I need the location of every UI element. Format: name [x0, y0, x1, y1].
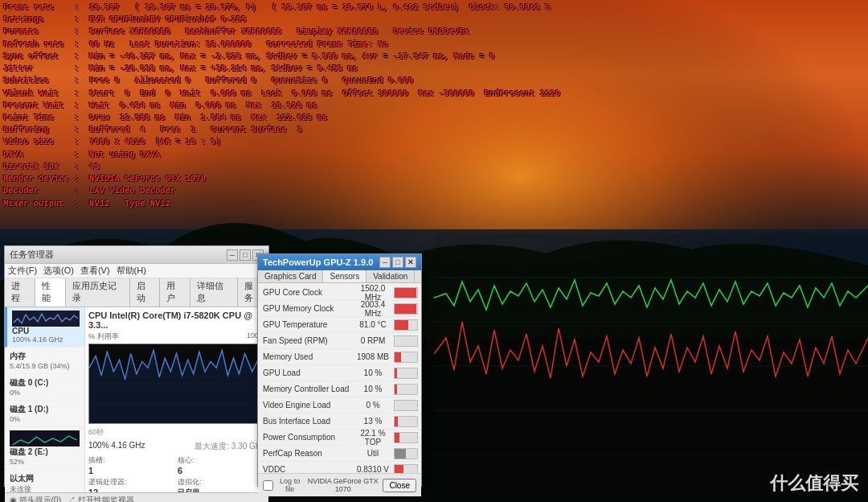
cpu-max-speed: 最大速度: 3.30 GHz	[194, 441, 265, 452]
sidebar-item-disk2[interactable]: 磁盘 2 (E:) 52%	[5, 427, 84, 470]
stat-line: Frame rate : 29.997 ( 33.367 ms = 29.970…	[3, 2, 865, 14]
disk0-sidebar-label: 磁盘 0 (C:)	[10, 377, 80, 389]
disk2-sidebar-label: 磁盘 2 (E:)	[10, 446, 80, 458]
gpuz-row-vddc: VDDC 0.8310 V	[260, 462, 420, 473]
gpuz-row-power: Power Consumption 22.1 % TOP	[260, 430, 420, 446]
bus-load-bar	[394, 416, 418, 427]
stat-line: Mixer output : NV12 Type NV12	[3, 198, 865, 210]
gpuz-close-button[interactable]: ✕	[405, 257, 416, 268]
task-manager-title: 任务管理器	[10, 249, 54, 261]
time-label: 60秒	[88, 427, 265, 438]
gpuz-titlebar: TechPowerUp GPU-Z 1.9.0 ─ □ ✕	[258, 254, 421, 270]
log-to-file-checkbox[interactable]	[263, 480, 273, 491]
sockets-item: 插槽: 1	[88, 455, 176, 475]
gpuz-row-gpu-load: GPU Load 10 %	[260, 365, 420, 381]
ethernet1-value: 未连接	[10, 484, 80, 492]
tab-startup[interactable]: 启动	[130, 278, 161, 307]
tm-sidebar: CPU 100% 4.16 GHz 内存 5.4/15.9 GB (34%) 磁…	[5, 307, 85, 492]
task-manager-menubar: 文件(F) 选项(O) 查看(V) 帮助(H)	[5, 264, 268, 278]
maximize-button[interactable]: □	[240, 249, 251, 261]
stat-line: Sync offset : Min = -46.357 ms, Max = -2…	[3, 51, 865, 63]
temp-bar	[394, 319, 418, 331]
task-manager-body: CPU 100% 4.16 GHz 内存 5.4/15.9 GB (34%) 磁…	[5, 307, 268, 492]
cpu-mini-graph	[12, 311, 80, 327]
task-manager-tabs: 进程 性能 应用历史记录 启动 用户 详细信息 服务	[5, 278, 268, 307]
memory-sidebar-label: 内存	[10, 351, 80, 362]
cpu-sidebar-value: 100% 4.16 GHz	[12, 335, 80, 344]
gpuz-row-ve-load: Video Engine Load 0 %	[260, 397, 420, 414]
disk0-sidebar-value: 0%	[10, 389, 80, 397]
tab-processes[interactable]: 进程	[5, 278, 35, 307]
minimize-button[interactable]: ─	[227, 249, 238, 261]
gpuz-row-core-clock: GPU Core Clock 1502.0 MHz	[260, 285, 420, 301]
gpuz-row-fan: Fan Speed (RPM) 0 RPM	[260, 333, 420, 349]
cpu-speed-row: 100% 4.16 GHz 最大速度: 3.30 GHz	[88, 441, 265, 452]
watermark: 什么值得买	[770, 471, 858, 496]
log-label: Log to file	[276, 477, 303, 493]
task-manager-window[interactable]: 任务管理器 ─ □ ✕ 文件(F) 选项(O) 查看(V) 帮助(H) 进程 性…	[4, 245, 269, 487]
stat-line: Paint Time : Draw 12.588 ms Min 1.884 ms…	[3, 112, 865, 124]
gpuz-sensors-body: GPU Core Clock 1502.0 MHz GPU Memory Clo…	[258, 283, 421, 473]
memory-sidebar-value: 5.4/15.9 GB (34%)	[10, 362, 80, 370]
tab-app-history[interactable]: 应用历史记录	[66, 278, 130, 307]
stat-line: DirectX SDK : 43	[3, 161, 865, 173]
virt-item: 虚拟化: 已启用	[178, 477, 265, 492]
disk1-sidebar-value: 0%	[10, 415, 80, 423]
sidebar-item-ethernet1[interactable]: 以太网 未连接	[5, 470, 84, 492]
stat-line: Video size : 7680 x 4320 (AR = 16 : 9)	[3, 136, 865, 148]
cpu-stat-grid: 插槽: 1 核心: 6 逻辑处理器: 12 虚拟化: 已启用 L1 缓存:	[88, 455, 265, 492]
gpuz-row-mc-load: Memory Controller Load 10 %	[260, 381, 420, 397]
gpuz-minimize-button[interactable]: ─	[379, 257, 391, 268]
gpuz-row-mem-clock: GPU Memory Clock 2003.4 MHz	[260, 301, 420, 317]
gpu-load-bar	[394, 368, 418, 379]
gpuz-card-name: Log to file NVIDIA GeForce GTX 1070 Clos…	[258, 473, 421, 496]
gpuz-window[interactable]: TechPowerUp GPU-Z 1.9.0 ─ □ ✕ Graphics C…	[257, 253, 422, 487]
sidebar-item-disk0[interactable]: 磁盘 0 (C:) 0%	[5, 374, 84, 401]
gpuz-tab-sensors[interactable]: Sensors	[323, 270, 366, 282]
tm-menu-file[interactable]: 文件(F)	[8, 265, 37, 277]
mc-load-bar	[394, 384, 418, 395]
gpuz-close-btn[interactable]: Close	[383, 479, 416, 492]
stat-line: Buffering : Buffered 4 Free 1 Current Su…	[3, 124, 865, 136]
stat-line: Render device : NVIDIA GeForce GTX 1070	[3, 173, 865, 185]
gpuz-title: TechPowerUp GPU-Z 1.9.0	[263, 257, 373, 267]
stat-line: Subtitles : Free 0 Allocated 0 Buffered …	[3, 75, 865, 87]
sidebar-item-cpu[interactable]: CPU 100% 4.16 GHz	[5, 307, 84, 348]
gpuz-row-mem-used: Memory Used 1908 MB	[260, 349, 420, 365]
stat-line: Refresh rate : 60 Hz Last Duration: 33.0…	[3, 39, 865, 51]
stat-line: Present Wait : Wait 0.434 ms Min 0.000 m…	[3, 100, 865, 112]
gpuz-tab-validation[interactable]: Validation	[366, 270, 415, 282]
mpc-stats-overlay: Frame rate : 29.997 ( 33.367 ms = 29.970…	[0, 0, 868, 212]
tab-performance[interactable]: 性能	[35, 278, 66, 307]
gpuz-row-perf-cap: PerfCap Reason Util	[260, 446, 420, 462]
gpuz-row-temp: GPU Temperature 81.0 °C	[260, 317, 420, 333]
tab-details[interactable]: 详细信息	[190, 278, 238, 307]
tab-users[interactable]: 用户	[160, 278, 190, 307]
cpu-title: CPU Intel(R) Core(TM) i7-5820K CPU @ 3.3…	[88, 311, 265, 330]
fan-bar	[394, 335, 418, 347]
gpuz-titlebar-buttons: ─ □ ✕	[379, 257, 416, 268]
disk1-sidebar-label: 磁盘 1 (D:)	[10, 404, 80, 415]
core-clock-bar	[394, 287, 418, 298]
gpuz-maximize-button[interactable]: □	[392, 257, 403, 268]
stat-line: DXVA : Not using DXVA	[3, 149, 865, 161]
vddc-bar	[394, 464, 418, 474]
stat-line: Decoder : LAV Video Decoder	[3, 185, 865, 197]
taskbar-hint-1: ◉ 箭头提示(0)	[10, 495, 61, 502]
tm-menu-help[interactable]: 帮助(H)	[117, 265, 146, 277]
gpuz-tab-graphics[interactable]: Graphics Card	[258, 270, 323, 282]
logical-item: 逻辑处理器: 12	[88, 477, 176, 492]
taskbar-hint: ◉ 箭头提示(0) ↗ 打开性能监视器	[5, 492, 268, 502]
stat-line: Settings : EVR GPUFlushBV GPUFlushAP 0-2…	[3, 14, 865, 26]
stat-line: VBlank Wait : Start 0 End 0 Wait 0.000 m…	[3, 88, 865, 100]
sidebar-item-disk1[interactable]: 磁盘 1 (D:) 0%	[5, 401, 84, 427]
ve-load-bar	[394, 400, 418, 411]
cpu-graph-area	[88, 344, 265, 424]
stat-line: Formats : Surface X8R8G8B8 Backbuffer X8…	[3, 26, 865, 38]
taskbar-hint-2: ↗ 打开性能监视器	[68, 495, 134, 502]
tm-menu-view[interactable]: 查看(V)	[80, 265, 110, 277]
tm-menu-options[interactable]: 选项(O)	[43, 265, 74, 277]
cores-item: 核心: 6	[178, 455, 265, 475]
tm-cpu-panel: CPU Intel(R) Core(TM) i7-5820K CPU @ 3.3…	[85, 307, 268, 492]
sidebar-item-memory[interactable]: 内存 5.4/15.9 GB (34%)	[5, 348, 84, 374]
